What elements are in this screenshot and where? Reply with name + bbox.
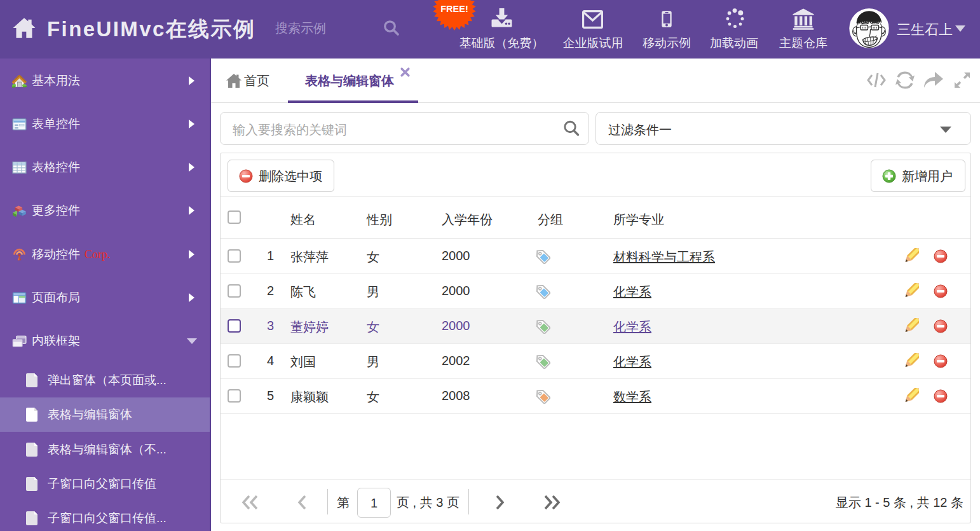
svg-text:FREE!: FREE! — [440, 4, 468, 14]
